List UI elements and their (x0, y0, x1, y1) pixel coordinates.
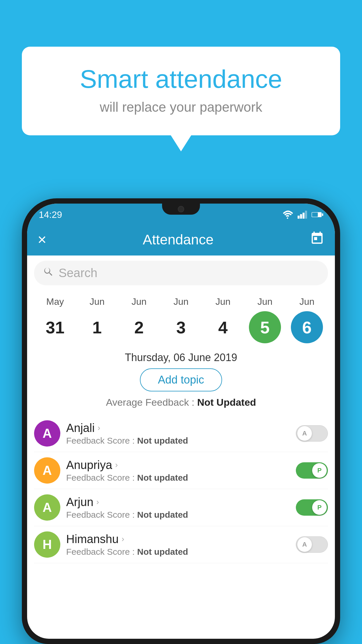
calendar-month-col-0: May (36, 296, 74, 309)
calendar-month-col-4: Jun (204, 296, 242, 309)
signal-icon (298, 210, 307, 219)
search-placeholder: Search (59, 266, 97, 280)
calendar-month-col-2: Jun (120, 296, 158, 309)
feedback-value-0: Not updated (137, 436, 188, 445)
student-avatar-1: A (34, 457, 60, 484)
chevron-icon-0: › (98, 423, 100, 433)
phone-frame: 14:29 (22, 198, 340, 644)
chevron-icon-3: › (122, 534, 124, 544)
toggle-knob-3: A (297, 537, 312, 552)
avg-feedback-label: Average Feedback : (106, 397, 194, 408)
status-time: 14:29 (39, 209, 62, 220)
student-item-2[interactable]: AArjun ›Feedback Score : Not updatedP (34, 489, 328, 526)
calendar-day-col-3[interactable]: 3 (162, 311, 200, 343)
app-bar: × Attendance (27, 223, 335, 256)
calendar-month-col-3: Jun (162, 296, 200, 309)
app-title: Attendance (143, 232, 214, 248)
status-icons (282, 210, 323, 219)
attendance-toggle-0[interactable]: A (296, 425, 328, 442)
wifi-icon (282, 210, 294, 219)
avg-feedback-value: Not Updated (197, 397, 256, 408)
svg-rect-1 (300, 214, 302, 218)
bubble-tail (171, 135, 191, 151)
student-avatar-0: A (34, 420, 60, 447)
student-avatar-3: H (34, 531, 60, 558)
bubble-subtitle: will replace your paperwork (45, 99, 317, 115)
search-icon (43, 266, 54, 280)
bubble-title: Smart attendance (45, 64, 317, 94)
student-item-0[interactable]: AAnjali ›Feedback Score : Not updatedA (34, 415, 328, 452)
student-info-3: Himanshu ›Feedback Score : Not updated (66, 533, 290, 557)
phone-camera (178, 206, 184, 212)
student-name-1: Anupriya › (66, 459, 290, 472)
battery-icon (312, 211, 323, 218)
svg-rect-5 (322, 214, 323, 216)
calendar-day-col-1[interactable]: 1 (78, 311, 116, 343)
calendar-months-row: MayJunJunJunJunJunJun (34, 296, 328, 309)
student-avatar-2: A (34, 494, 60, 521)
student-feedback-2: Feedback Score : Not updated (66, 510, 290, 520)
calendar-month-col-1: Jun (78, 296, 116, 309)
calendar-day-col-4[interactable]: 4 (204, 311, 242, 343)
calendar-day-col-2[interactable]: 2 (120, 311, 158, 343)
speech-bubble: Smart attendance will replace your paper… (22, 47, 340, 135)
attendance-toggle-1[interactable]: P (296, 462, 328, 479)
student-info-1: Anupriya ›Feedback Score : Not updated (66, 459, 290, 483)
app-content: Search MayJunJunJunJunJunJun 31123456 Th… (27, 256, 335, 639)
toggle-knob-2: P (312, 500, 327, 515)
student-feedback-0: Feedback Score : Not updated (66, 436, 290, 446)
student-item-1[interactable]: AAnupriya ›Feedback Score : Not updatedP (34, 452, 328, 489)
calendar-day-col-6[interactable]: 6 (288, 311, 326, 343)
toggle-knob-1: P (312, 463, 327, 478)
add-topic-button[interactable]: Add topic (140, 368, 222, 391)
svg-rect-6 (312, 213, 318, 217)
student-feedback-3: Feedback Score : Not updated (66, 547, 290, 557)
phone-notch (162, 204, 200, 215)
close-button[interactable]: × (38, 231, 46, 248)
student-item-3[interactable]: HHimanshu ›Feedback Score : Not updatedA (34, 526, 328, 563)
calendar-day-col-5[interactable]: 5 (246, 311, 284, 343)
avg-feedback: Average Feedback : Not Updated (27, 397, 335, 408)
student-name-2: Arjun › (66, 496, 290, 509)
chevron-icon-1: › (115, 460, 118, 470)
calendar-month-col-5: Jun (246, 296, 284, 309)
svg-rect-0 (298, 216, 300, 218)
calendar-icon[interactable] (310, 231, 324, 248)
feedback-value-3: Not updated (137, 547, 188, 556)
student-name-0: Anjali › (66, 421, 290, 435)
student-info-0: Anjali ›Feedback Score : Not updated (66, 421, 290, 446)
student-info-2: Arjun ›Feedback Score : Not updated (66, 496, 290, 520)
attendance-toggle-3[interactable]: A (296, 536, 328, 553)
phone-inner: 14:29 (27, 204, 335, 639)
selected-date: Thursday, 06 June 2019 (27, 351, 335, 364)
calendar-month-col-6: Jun (288, 296, 326, 309)
search-bar[interactable]: Search (34, 261, 328, 285)
chevron-icon-2: › (96, 497, 99, 507)
attendance-toggle-2[interactable]: P (296, 499, 328, 516)
toggle-knob-0: A (297, 426, 312, 441)
student-list: AAnjali ›Feedback Score : Not updatedAAA… (27, 415, 335, 563)
calendar-day-col-0[interactable]: 31 (36, 311, 74, 343)
svg-rect-3 (305, 211, 307, 218)
svg-rect-2 (303, 213, 305, 218)
feedback-value-2: Not updated (137, 510, 188, 519)
feedback-value-1: Not updated (137, 473, 188, 482)
student-feedback-1: Feedback Score : Not updated (66, 473, 290, 483)
speech-bubble-section: Smart attendance will replace your paper… (22, 47, 340, 151)
student-name-3: Himanshu › (66, 533, 290, 546)
calendar-days-row: 31123456 (34, 311, 328, 343)
calendar-strip: MayJunJunJunJunJunJun 31123456 (27, 290, 335, 346)
